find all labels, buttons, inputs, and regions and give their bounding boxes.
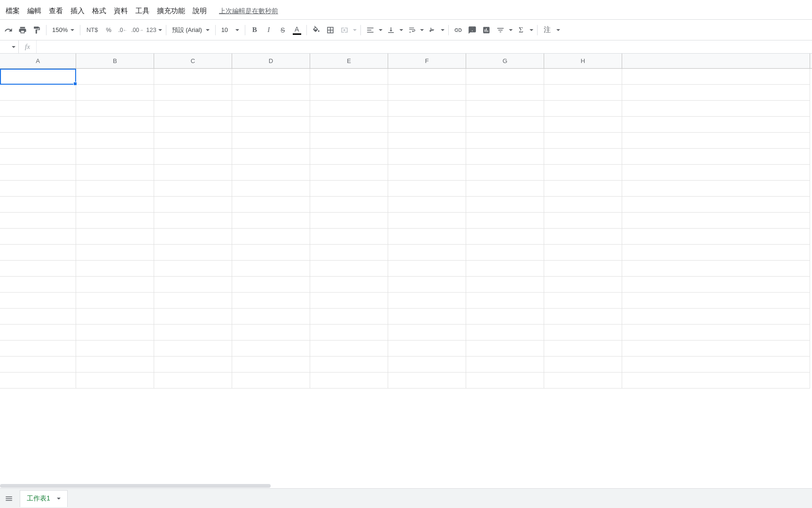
cell[interactable] [622, 197, 810, 213]
cell[interactable] [622, 117, 810, 133]
cell[interactable] [232, 229, 310, 245]
cell[interactable] [232, 325, 310, 341]
increase-decimal-button[interactable]: .00→ [130, 24, 144, 37]
cell[interactable] [0, 85, 76, 101]
cell[interactable] [0, 357, 76, 373]
cell[interactable] [466, 357, 544, 373]
insert-comment-button[interactable] [466, 24, 479, 37]
cell[interactable] [388, 69, 466, 85]
cell[interactable] [388, 277, 466, 293]
cell[interactable] [154, 341, 232, 357]
cell[interactable] [622, 133, 810, 149]
notes-button[interactable]: 注 [540, 24, 554, 37]
cell[interactable] [310, 245, 388, 261]
cell[interactable] [544, 181, 622, 197]
cell[interactable] [154, 357, 232, 373]
cell[interactable] [622, 69, 810, 85]
percent-format-button[interactable]: % [102, 24, 115, 37]
column-header-B[interactable]: B [76, 54, 154, 68]
cell[interactable] [154, 325, 232, 341]
menu-data[interactable]: 資料 [110, 5, 132, 17]
functions-button[interactable]: Σ [515, 24, 528, 37]
vertical-align-button[interactable] [384, 24, 398, 37]
cell[interactable] [232, 85, 310, 101]
text-color-button[interactable]: A [290, 24, 304, 37]
cell[interactable] [0, 213, 76, 229]
cell[interactable] [622, 341, 810, 357]
cell[interactable] [388, 101, 466, 117]
cell[interactable] [388, 325, 466, 341]
cell[interactable] [76, 69, 154, 85]
cell[interactable] [388, 117, 466, 133]
cell[interactable] [622, 181, 810, 197]
cell[interactable] [622, 229, 810, 245]
cell[interactable] [154, 101, 232, 117]
cell[interactable] [466, 245, 544, 261]
filter-menu[interactable] [508, 24, 514, 37]
cell[interactable] [154, 293, 232, 309]
cell[interactable] [622, 277, 810, 293]
italic-button[interactable]: I [262, 24, 275, 37]
cell[interactable] [232, 165, 310, 181]
cell[interactable] [310, 85, 388, 101]
print-button[interactable] [16, 24, 29, 37]
text-wrap-menu[interactable] [419, 24, 425, 37]
cell[interactable] [310, 117, 388, 133]
cell[interactable] [0, 165, 76, 181]
cell[interactable] [622, 213, 810, 229]
cell[interactable] [76, 341, 154, 357]
cell[interactable] [76, 277, 154, 293]
text-rotation-menu[interactable] [440, 24, 445, 37]
cell[interactable] [232, 69, 310, 85]
cell[interactable] [622, 101, 810, 117]
cell[interactable] [388, 373, 466, 389]
cell[interactable] [310, 213, 388, 229]
cell[interactable] [232, 133, 310, 149]
cell[interactable] [388, 341, 466, 357]
cell[interactable] [76, 325, 154, 341]
cell[interactable] [154, 69, 232, 85]
cell[interactable] [466, 293, 544, 309]
cell[interactable] [310, 357, 388, 373]
cell[interactable] [544, 229, 622, 245]
cell[interactable] [232, 341, 310, 357]
merge-cells-button[interactable] [338, 24, 351, 37]
cell[interactable] [0, 229, 76, 245]
cell[interactable] [466, 181, 544, 197]
cell[interactable] [232, 373, 310, 389]
cell[interactable] [388, 293, 466, 309]
sheet-tab-active[interactable]: 工作表1 [20, 490, 68, 507]
cell[interactable] [76, 213, 154, 229]
strikethrough-button[interactable]: S [276, 24, 289, 37]
menu-view[interactable]: 查看 [45, 5, 67, 17]
cell[interactable] [544, 325, 622, 341]
cell[interactable] [232, 213, 310, 229]
cell[interactable] [76, 261, 154, 277]
formula-input[interactable] [37, 40, 812, 53]
column-header-C[interactable]: C [154, 54, 232, 68]
cell[interactable] [154, 165, 232, 181]
cell[interactable] [622, 245, 810, 261]
menu-edit[interactable]: 編輯 [23, 5, 45, 17]
cell[interactable] [0, 309, 76, 325]
cell[interactable] [466, 261, 544, 277]
cell[interactable] [232, 309, 310, 325]
cell[interactable] [232, 117, 310, 133]
cell[interactable] [310, 325, 388, 341]
cell[interactable] [388, 149, 466, 165]
cell[interactable] [0, 341, 76, 357]
cell[interactable] [0, 69, 76, 85]
cell[interactable] [544, 85, 622, 101]
cell[interactable] [310, 373, 388, 389]
cell[interactable] [232, 245, 310, 261]
cell[interactable] [76, 101, 154, 117]
decrease-decimal-button[interactable]: .0← [116, 24, 129, 37]
bold-button[interactable]: B [248, 24, 261, 37]
cell[interactable] [544, 341, 622, 357]
menu-extensions[interactable]: 擴充功能 [153, 5, 189, 17]
text-rotation-button[interactable] [426, 24, 439, 37]
insert-chart-button[interactable] [480, 24, 493, 37]
cell[interactable] [466, 117, 544, 133]
cell[interactable] [0, 101, 76, 117]
cell[interactable] [466, 229, 544, 245]
